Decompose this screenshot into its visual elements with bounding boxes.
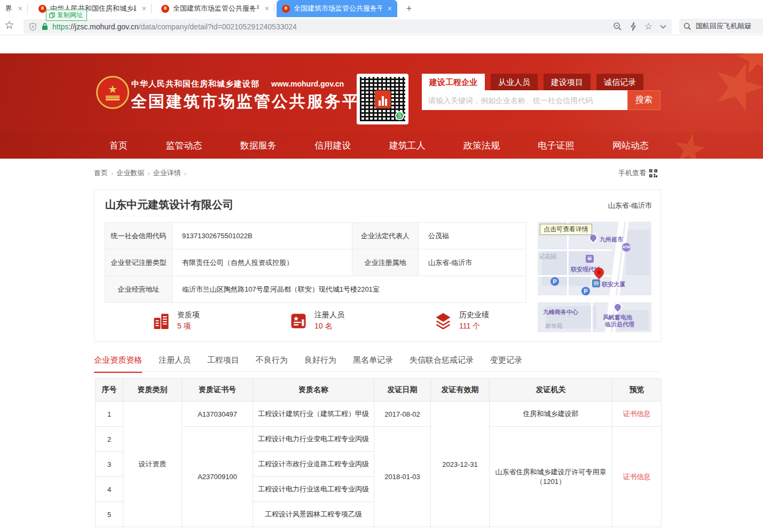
building-badge-icon: 🏛 (586, 255, 594, 263)
browser-tab-partial[interactable]: 界 × (0, 0, 28, 17)
browser-tab-jzsc-1[interactable]: 全国建筑市场监管公共服务平台 × (156, 0, 274, 17)
field-value-reg-region: 山东省-临沂市 (419, 249, 526, 276)
col-header-category: 资质类别 (123, 379, 182, 402)
field-value-legal-rep: 公茂福 (419, 223, 526, 249)
certificate-info-link[interactable]: 证书信息 (623, 410, 651, 418)
ministry-text: 中华人民共和国住房和城乡建设部 (131, 79, 259, 88)
nav-item-supervision[interactable]: 监管动态 (166, 139, 202, 152)
stat-registered-personnel: 注册人员 10 名 (289, 310, 344, 331)
cell-qual-name: 工程设计风景园林工程专项乙级 (253, 502, 374, 527)
zoom-out-icon[interactable] (613, 22, 622, 31)
building-icon (152, 311, 171, 331)
new-tab-button[interactable]: + (402, 2, 416, 15)
secure-lock-icon[interactable] (42, 22, 48, 30)
search-tab-credit[interactable]: 诚信记录 (596, 74, 643, 90)
mobile-view-text: 手机查看 (618, 168, 646, 178)
company-stats: 资质项 5 项 注册人员 10 名 历史业绩 111 个 (105, 310, 526, 337)
national-emblem-logo: ★ (96, 76, 129, 109)
map-label-battery-2[interactable]: 临沂总代理 (605, 320, 634, 328)
bookmark-star-icon[interactable]: ☆ (4, 19, 14, 32)
tab-qualifications[interactable]: 企业资质资格 (94, 355, 142, 373)
field-value-reg-type: 有限责任公司（自然人投资或控股） (172, 249, 352, 276)
tab-registered-personnel[interactable]: 注册人员 (159, 355, 191, 373)
col-header-authority: 发证机关 (490, 379, 612, 402)
url-scheme: https (52, 22, 68, 31)
certificate-info-link[interactable]: 证书信息 (623, 473, 651, 481)
breadcrumb-company-detail[interactable]: 企业详情 (153, 168, 181, 178)
shield-permissions-icon[interactable] (29, 22, 37, 31)
field-label: 企业注册属地 (352, 249, 419, 276)
search-category-tabs: 建设工程企业 从业人员 建设项目 诚信记录 (422, 74, 660, 90)
url-path: /data/company/detail?id=0021052912405330… (139, 22, 297, 31)
browser-quick-search[interactable]: 国航回应飞机颠簸 (679, 19, 763, 34)
map-label-business-center[interactable]: 九峰商务中心 (543, 308, 578, 316)
header-search-module: 建设工程企业 从业人员 建设项目 诚信记录 搜索 (422, 74, 660, 110)
map-label-lianan-tower[interactable]: 联安大厦 (602, 280, 625, 288)
nav-item-workers[interactable]: 建筑工人 (389, 139, 426, 152)
ministry-url: www.mohurd.gov.cn (271, 80, 344, 88)
tab-bad-behavior[interactable]: 不良行为 (256, 355, 288, 373)
tab-close-icon[interactable]: × (18, 4, 22, 13)
nav-item-data-service[interactable]: 数据服务 (240, 139, 277, 152)
field-value-address: 临沂市兰山区陶然路107号星河晶都（联安）现代城1号楼2201室 (172, 276, 526, 303)
tab-close-icon[interactable]: × (265, 4, 269, 13)
table-header-row: 序号 资质类别 资质证书号 资质名称 发证日期 发证有效期 发证机关 预览 (96, 379, 662, 402)
copy-icon (49, 12, 55, 18)
map-label-garden: 记花园 (539, 253, 556, 261)
nav-item-home[interactable]: 首页 (109, 139, 128, 152)
browser-tab-bar: 界 × 中华人民共和国住房和城乡建设 × 全国建筑市场监管公共服务平台 × 全国… (0, 0, 763, 17)
field-label: 企业经营地址 (105, 276, 172, 303)
site-favicon-icon (161, 5, 169, 13)
keyword-search-input[interactable] (422, 90, 627, 110)
stat-history-performance: 历史业绩 111 个 (434, 310, 489, 331)
tab-blacklist[interactable]: 黑名单记录 (353, 355, 393, 373)
tab-close-icon[interactable]: × (388, 4, 392, 13)
tab-projects[interactable]: 工程项目 (207, 355, 239, 373)
table-row: 企业经营地址 临沂市兰山区陶然路107号星河晶都（联安）现代城1号楼2201室 (105, 276, 526, 303)
favorite-star-icon[interactable]: ☆ (644, 22, 652, 31)
browser-tab-jzsc-active[interactable]: 全国建筑市场监管公共服务平台 × (277, 0, 397, 17)
mobile-view-link[interactable]: 手机查看 (618, 168, 657, 178)
table-row: 统一社会信用代码 91371302675501022B 企业法定代表人 公茂福 (105, 223, 526, 249)
breadcrumb-home[interactable]: 首页 (94, 168, 108, 178)
cell-qual-name: 工程设计电力行业变电工程专业丙级 (253, 427, 374, 452)
map-label-xinhua: 新华苑 (545, 322, 563, 330)
tab-separator (151, 4, 152, 13)
address-bar[interactable]: https://jzsc.mohurd.gov.cn/data/company/… (23, 19, 672, 34)
site-favicon-icon (38, 5, 46, 13)
cell-no: 2 (96, 427, 123, 452)
qr-code: S (357, 74, 408, 124)
field-value-credit-code: 91371302675501022B (172, 223, 352, 249)
tab-title: 全国建筑市场监管公共服务平台 (173, 4, 259, 13)
lightning-icon[interactable] (630, 22, 637, 31)
search-tab-personnel[interactable]: 从业人员 (491, 74, 538, 90)
cell-no: 5 (96, 502, 123, 527)
tower-badge-icon: 🏢 (592, 279, 600, 287)
search-button[interactable]: 搜索 (627, 90, 660, 110)
search-tab-enterprise[interactable]: 建设工程企业 (422, 74, 485, 90)
breadcrumb: 首页› 企业数据› 企业详情› (94, 168, 186, 178)
atm-badge-icon[interactable]: ATM (622, 243, 631, 252)
nav-item-credit[interactable]: 信用建设 (314, 139, 351, 152)
tab-close-icon[interactable]: × (142, 4, 146, 13)
cell-no: 4 (96, 477, 123, 502)
tab-good-behavior[interactable]: 良好行为 (304, 355, 336, 373)
search-tab-project[interactable]: 建设项目 (544, 74, 591, 90)
tab-change-records[interactable]: 变更记录 (490, 355, 522, 373)
nav-item-license[interactable]: 电子证照 (538, 139, 575, 152)
tab-separator (27, 4, 28, 13)
map-label-supermarket[interactable]: 九州超市 (600, 236, 623, 244)
tab-dishonesty-records[interactable]: 失信联合惩戒记录 (410, 355, 474, 373)
cell-authority: 山东省住房和城乡建设厅许可专用章（1201） (490, 427, 612, 527)
cell-preview: 证书信息 (612, 402, 662, 427)
ministry-name: 中华人民共和国住房和城乡建设部www.mohurd.gov.cn (131, 79, 344, 89)
url-text[interactable]: https://jzsc.mohurd.gov.cn/data/company/… (52, 22, 297, 31)
site-favicon-icon (282, 5, 290, 13)
chevron-down-icon[interactable] (660, 25, 666, 29)
location-map[interactable]: 点击可查看详情 九州超市 ATM 记花园 🏛 联安现代城 🏢 联安大厦 P P … (538, 222, 651, 332)
nav-item-news[interactable]: 网站动态 (612, 139, 649, 152)
quick-search-text: 国航回应飞机颠簸 (696, 21, 751, 31)
breadcrumb-company-data[interactable]: 企业数据 (116, 168, 144, 178)
cell-no: 1 (96, 402, 123, 427)
nav-item-policy[interactable]: 政策法规 (463, 139, 500, 152)
